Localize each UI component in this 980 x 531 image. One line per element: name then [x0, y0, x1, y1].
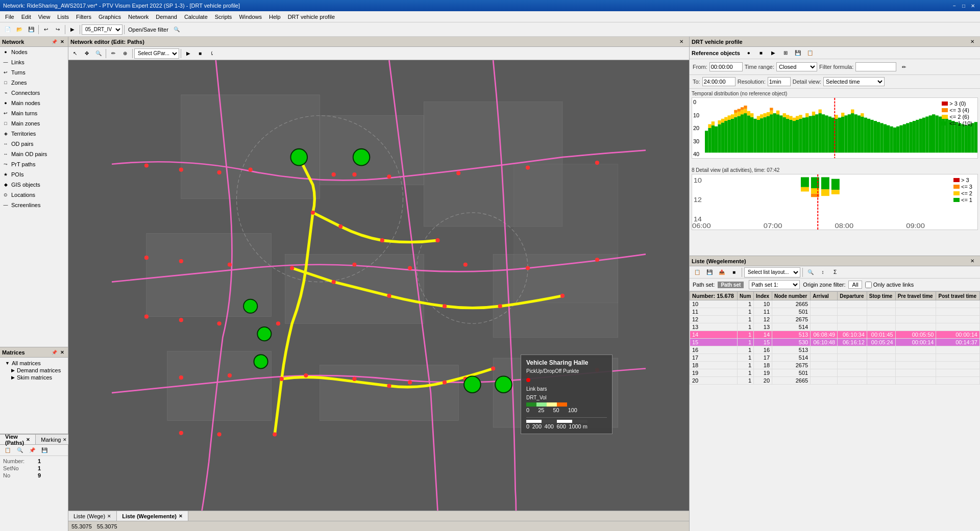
- path-set-select[interactable]: Path set 1:: [749, 280, 800, 289]
- to-input[interactable]: [702, 77, 736, 86]
- filter-formula-input[interactable]: [855, 62, 896, 71]
- tab-view-paths-close[interactable]: ✕: [26, 437, 30, 442]
- sidebar-item-gis[interactable]: ◆ GIS objects: [0, 180, 68, 190]
- tab-marking[interactable]: Marking ✕: [36, 435, 72, 444]
- ref-btn2[interactable]: ■: [755, 47, 767, 59]
- sidebar-item-locations[interactable]: ⊙ Locations: [0, 190, 68, 200]
- ref-btn5[interactable]: 💾: [792, 47, 803, 59]
- sidebar-item-main-zones[interactable]: □ Main zones: [0, 118, 68, 129]
- table-row[interactable]: 101102665: [690, 300, 980, 308]
- ref-btn4[interactable]: ⊞: [780, 47, 791, 59]
- tb-open-btn[interactable]: 📂: [14, 24, 25, 35]
- all-matrices-expand[interactable]: ▼: [5, 361, 10, 366]
- table-row[interactable]: 201202665: [690, 377, 980, 385]
- matrices-panel-close[interactable]: ✕: [59, 349, 66, 356]
- time-range-select[interactable]: Closed: [776, 62, 817, 71]
- network-editor-close[interactable]: ✕: [676, 36, 687, 47]
- table-row[interactable]: 11111501: [690, 308, 980, 316]
- menu-edit[interactable]: Edit: [18, 13, 34, 21]
- network-panel-close[interactable]: ✕: [59, 38, 66, 45]
- all-matrices-item[interactable]: ▼ All matrices: [3, 360, 65, 367]
- ref-btn3[interactable]: ▶: [768, 47, 779, 59]
- wege-close-btn[interactable]: ✕: [967, 256, 978, 267]
- only-active-links-checkbox[interactable]: [865, 282, 872, 288]
- sidebar-item-connectors[interactable]: ⌁ Connectors: [0, 88, 68, 98]
- wt-filter-btn[interactable]: 🔍: [805, 267, 816, 278]
- wt-sort-btn[interactable]: ↕: [817, 267, 828, 278]
- table-row[interactable]: 1511553006:10:4806:16:1200:05:2400:00:14…: [690, 339, 980, 346]
- sidebar-item-pois[interactable]: ★ POIs: [0, 169, 68, 180]
- table-row[interactable]: 13113514: [690, 323, 980, 331]
- gpar-dropdown[interactable]: Select GPar...: [134, 48, 179, 59]
- menu-demand[interactable]: Demand: [153, 13, 180, 21]
- qv-btn3[interactable]: 📌: [27, 445, 38, 456]
- et-play-btn[interactable]: ▶: [183, 48, 194, 59]
- sidebar-item-prt-paths[interactable]: ⤳ PrT paths: [0, 159, 68, 169]
- et-move-btn[interactable]: ✥: [81, 48, 92, 59]
- sidebar-item-main-nodes[interactable]: ● Main nodes: [0, 98, 68, 108]
- et-path-btn[interactable]: ⤹: [206, 48, 217, 59]
- menu-windows[interactable]: Windows: [236, 13, 265, 21]
- table-row[interactable]: 19119501: [690, 369, 980, 377]
- scenario-dropdown[interactable]: 05_DRT_IV: [82, 24, 122, 35]
- tab-liste-wegelemente-close[interactable]: ✕: [179, 514, 183, 519]
- wt-btn4[interactable]: ■: [728, 267, 740, 278]
- et-stop-btn[interactable]: ■: [194, 48, 206, 59]
- filter-edit-btn[interactable]: ✏: [898, 61, 910, 72]
- from-input[interactable]: [709, 62, 743, 71]
- table-row[interactable]: 16116513: [690, 346, 980, 354]
- et-draw-btn[interactable]: ✏: [108, 48, 119, 59]
- menu-help[interactable]: Help: [266, 13, 284, 21]
- et-select-btn[interactable]: ↖: [69, 48, 81, 59]
- tb-save-btn[interactable]: 💾: [26, 24, 37, 35]
- menu-drt[interactable]: DRT vehicle profile: [285, 13, 338, 21]
- tb-new-btn[interactable]: 📄: [2, 24, 13, 35]
- tb-undo-btn[interactable]: ↩: [40, 24, 52, 35]
- wt-agg-btn[interactable]: Σ: [829, 267, 841, 278]
- menu-filters[interactable]: Filters: [73, 13, 94, 21]
- sidebar-item-zones[interactable]: □ Zones: [0, 78, 68, 88]
- table-row[interactable]: 1411451306:08:4906:10:3400:01:4500:05:50…: [690, 331, 980, 339]
- wt-btn1[interactable]: 📋: [692, 267, 703, 278]
- sidebar-item-main-od-pairs[interactable]: ↔ Main OD pairs: [0, 149, 68, 159]
- map-canvas[interactable]: Vehicle Sharing Halle PickUp/DropOff Pun…: [68, 60, 689, 511]
- qv-btn1[interactable]: 📋: [2, 445, 13, 456]
- table-row[interactable]: 17117514: [690, 354, 980, 362]
- menu-scripts[interactable]: Scripts: [212, 13, 235, 21]
- sidebar-item-nodes[interactable]: ● Nodes: [0, 47, 68, 57]
- menu-calculate[interactable]: Calculate: [181, 13, 211, 21]
- skim-matrices-item[interactable]: ▶ Skim matrices: [3, 374, 65, 381]
- matrices-panel-pin[interactable]: 📌: [51, 349, 58, 356]
- menu-view[interactable]: View: [35, 13, 54, 21]
- ref-btn6[interactable]: 📋: [804, 47, 816, 59]
- qv-btn2[interactable]: 🔍: [14, 445, 26, 456]
- sidebar-item-main-turns[interactable]: ↩ Main turns: [0, 108, 68, 118]
- network-panel-pin[interactable]: 📌: [51, 38, 58, 45]
- qv-btn4[interactable]: 💾: [39, 445, 50, 456]
- sidebar-item-od-pairs[interactable]: ↔ OD pairs: [0, 139, 68, 149]
- close-button[interactable]: ✕: [969, 2, 977, 10]
- sidebar-item-territories[interactable]: ◈ Territories: [0, 129, 68, 139]
- demand-matrices-expand[interactable]: ▶: [11, 368, 15, 373]
- maximize-button[interactable]: □: [960, 2, 968, 10]
- table-row[interactable]: 121122675: [690, 316, 980, 323]
- wt-btn2[interactable]: 💾: [704, 267, 715, 278]
- table-row[interactable]: 181182675: [690, 362, 980, 369]
- et-zoom-btn[interactable]: 🔍: [93, 48, 104, 59]
- tab-view-paths[interactable]: View (Paths) ✕: [0, 435, 36, 444]
- detail-view-select[interactable]: Selected time: [823, 77, 885, 86]
- ref-btn1[interactable]: ●: [743, 47, 754, 59]
- drt-close-btn[interactable]: ✕: [967, 36, 978, 47]
- menu-graphics[interactable]: Graphics: [95, 13, 124, 21]
- list-layout-select[interactable]: Select list layout...: [744, 267, 800, 277]
- menu-network[interactable]: Network: [125, 13, 152, 21]
- demand-matrices-item[interactable]: ▶ Demand matrices: [3, 367, 65, 374]
- tb-filter-btn[interactable]: 🔍: [171, 24, 182, 35]
- minimize-button[interactable]: −: [950, 2, 959, 10]
- et-snap-btn[interactable]: ⊕: [119, 48, 131, 59]
- sidebar-item-screenlines[interactable]: — Screenlines: [0, 200, 68, 210]
- tb-redo-btn[interactable]: ↪: [52, 24, 63, 35]
- menu-file[interactable]: File: [2, 13, 17, 21]
- sidebar-item-links[interactable]: — Links: [0, 57, 68, 67]
- menu-lists[interactable]: Lists: [54, 13, 72, 21]
